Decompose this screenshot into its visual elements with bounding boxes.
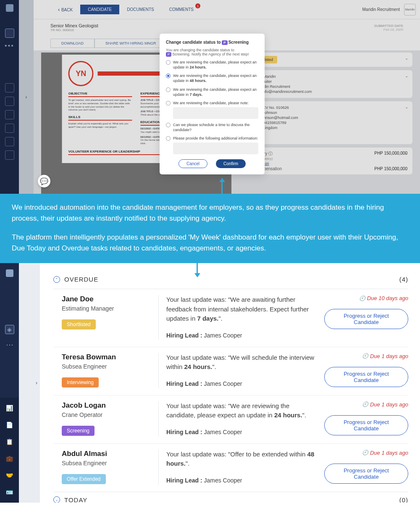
progress-reject-button[interactable]: Progress or Reject Candidate — [324, 415, 408, 435]
agency-logo-icon: Maridin — [404, 4, 416, 16]
rail-expand[interactable]: › — [19, 0, 34, 194]
total-comp-value: PHP 150,000,000 — [374, 166, 407, 171]
radio-option-note[interactable]: We are reviewing the candidate, please n… — [166, 100, 258, 119]
salary-card[interactable]: ⌄ Base Salary ⓘ PHP 150,000,000 Annualiz… — [240, 148, 412, 174]
submitted-label: SUBMITTED DATE — [374, 24, 403, 28]
status-badge-icon: P — [222, 40, 227, 45]
cancel-button[interactable]: Cancel — [178, 159, 207, 168]
last-update-text: Your last update was: "Offer to be exten… — [166, 450, 316, 469]
section-today[interactable]: ⌄ TODAY (0) — [53, 492, 408, 503]
chevron-down-icon: ⌄ — [405, 56, 408, 61]
submitted-date: Feb 19, 2020 — [374, 28, 403, 32]
change-status-modal: Change candidate status to PScreening Yo… — [160, 34, 265, 174]
task-row: Jacob Logan Crane Operator Screening You… — [53, 395, 408, 444]
chat-icon[interactable]: 💬 — [38, 175, 50, 187]
candidate-card[interactable]: ⌄ Candidate CV No. 010626 👤James Johnson… — [240, 101, 412, 144]
recruiter-card[interactable]: ⌄ Joy Maridin Recruiter Maridin Recruitm… — [240, 70, 412, 98]
chevron-down-icon: ⌄ — [405, 105, 408, 109]
note-textarea[interactable] — [173, 107, 258, 119]
nav-icon-2[interactable] — [5, 97, 14, 106]
base-salary-value: PHP 150,000,000 — [374, 151, 407, 157]
candidate-role: Crane Operator — [62, 411, 150, 418]
logo-icon — [6, 269, 13, 277]
radio-option-schedule[interactable]: Can we please schedule a time to discuss… — [166, 122, 258, 132]
chevron-down-icon: ⌄ — [405, 151, 408, 155]
download-button[interactable]: DOWNLOAD — [50, 39, 94, 48]
annualized-label: Annualized Salary) — [245, 157, 407, 161]
due-label: Due 10 days ago — [359, 295, 408, 301]
hiring-lead: Hiring Lead : James Cooper — [166, 428, 316, 437]
recruiter-company: Maridin Recruitment — [257, 84, 312, 89]
nav-icon-dashboard[interactable]: ◈ — [5, 325, 14, 334]
task-row: Abdul Almasi Subsea Engineer Offer Exten… — [53, 444, 408, 492]
doc-heading-objective: OBJECTIVE — [68, 92, 132, 97]
nav-back[interactable]: BACK — [50, 4, 80, 15]
nav-icon-handshake[interactable]: 🤝 — [5, 471, 14, 480]
radio-icon — [166, 74, 171, 78]
nav-icon-list[interactable]: 📋 — [5, 437, 14, 446]
nav-tab-documents[interactable]: DOCUMENTS — [119, 5, 161, 14]
info-textarea[interactable] — [173, 142, 258, 154]
share-button[interactable]: SHARE WITH HIRING MNGR — [94, 39, 167, 48]
nav-icon-6[interactable] — [5, 150, 14, 160]
nav-icon-3[interactable] — [5, 110, 14, 119]
radio-option-info[interactable]: Please provide the following additional … — [166, 136, 258, 154]
nav-icon-briefcase[interactable]: 💼 — [5, 454, 14, 463]
nav-icon-4[interactable] — [5, 124, 14, 133]
nav-icon-1[interactable] — [5, 83, 14, 92]
candidate-role: Subsea Engineer — [62, 363, 150, 370]
progress-reject-button[interactable]: Progress or Reject Candidate — [324, 464, 408, 484]
radio-option-24h[interactable]: We are reviewing the candidate, please e… — [166, 60, 258, 70]
radio-icon — [166, 60, 171, 65]
section-overdue[interactable]: ⌃ OVERDUE (4) — [53, 271, 408, 287]
section-count: (4) — [399, 276, 408, 283]
recruiter-role: Recruiter — [257, 79, 312, 84]
recruiter-name: Joy Maridin — [257, 74, 312, 79]
due-label: Due 1 days ago — [362, 353, 408, 359]
radio-option-48h[interactable]: We are reviewing the candidate, please e… — [166, 73, 258, 83]
nav-tab-comments[interactable]: COMMENTS — [162, 5, 201, 14]
nav-icon-5[interactable] — [5, 137, 14, 146]
info-callout: We introduced automation into the candid… — [0, 194, 420, 263]
rail-expand[interactable]: › — [19, 263, 40, 503]
connector-arrow-icon — [221, 181, 223, 194]
progress-reject-button[interactable]: Progress or Reject Candidate — [324, 309, 408, 329]
due-label: Due 1 days ago — [362, 401, 408, 408]
modal-title: Change candidate status to PScreening — [166, 40, 258, 45]
nav-more-icon[interactable]: ••• — [5, 42, 14, 50]
recruiter-email: info@maridinrecruitment.com — [262, 90, 312, 94]
due-label: Due 1 days ago — [362, 450, 408, 456]
callout-paragraph-1: We introduced automation into the candid… — [12, 202, 408, 224]
agency-name: Maridin Recruitment — [362, 7, 400, 12]
nav-icon-analytics[interactable]: 📊 — [5, 403, 14, 413]
logo-icon — [6, 4, 13, 12]
nav-icon-preview[interactable] — [5, 29, 14, 38]
candidate-name: Teresa Bowman — [62, 353, 150, 361]
section-count: (0) — [399, 496, 408, 503]
chevron-down-icon: ⌄ — [405, 74, 408, 78]
status-card[interactable]: 📋 Shortlisted ⌄ — [240, 53, 412, 67]
nav-tab-candidate[interactable]: CANDIDATE — [80, 5, 119, 14]
hiring-lead: Hiring Lead : James Cooper — [166, 476, 316, 485]
candidate-role: Subsea Engineer — [62, 460, 150, 466]
status-tag: Interviewing — [62, 377, 99, 387]
hiring-lead: Hiring Lead : James Cooper — [166, 380, 316, 388]
hiring-lead: Hiring Lead : James Cooper — [166, 331, 316, 340]
confirm-button[interactable]: Confirm — [216, 159, 246, 168]
candidate-role: Estimating Manager — [62, 305, 150, 312]
nav-more-icon[interactable]: ⋯ — [6, 340, 13, 349]
collapse-icon: ⌃ — [53, 276, 60, 283]
radio-option-7d[interactable]: We are reviewing the candidate, please e… — [166, 87, 258, 97]
chevron-right-icon: › — [26, 94, 27, 100]
doc-text: Explain what you're especially good at. … — [68, 122, 132, 129]
candidate-name: Abdul Almasi — [62, 450, 150, 458]
progress-reject-button[interactable]: Progress or Reject Candidate — [324, 367, 408, 387]
candidate-name: Jacob Logan — [62, 401, 150, 410]
last-update-text: Your last update was: "We are reviewing … — [166, 401, 316, 420]
nav-icon-doc[interactable]: 📄 — [5, 420, 14, 430]
tr-number: TR NO. 000016 — [50, 28, 98, 32]
cv-number: Candidate CV No. 010626 — [245, 105, 407, 110]
callout-paragraph-2: The platform then intelligently populate… — [12, 232, 408, 254]
nav-icon-id[interactable]: 🪪 — [5, 488, 14, 497]
modal-subtitle: You are changing the candidate status to… — [166, 48, 258, 56]
